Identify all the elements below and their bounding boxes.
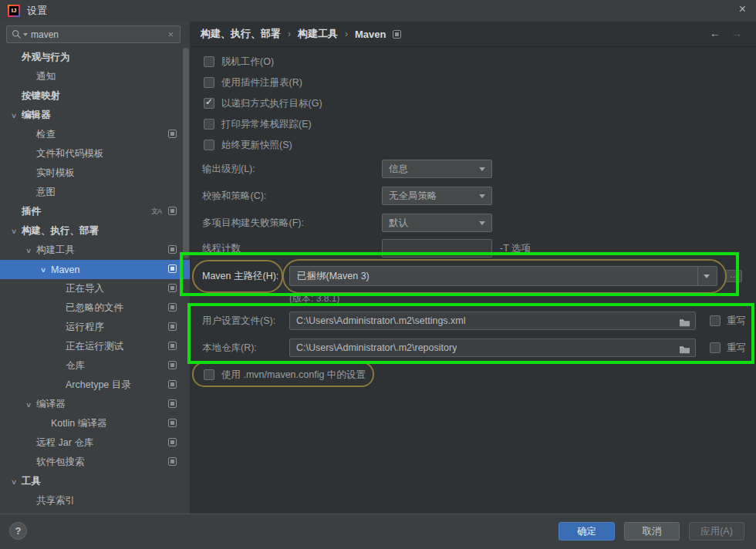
search-history-caret-icon[interactable] bbox=[23, 33, 28, 36]
search-value: maven bbox=[31, 29, 167, 40]
dropdown-select[interactable]: 信息 bbox=[382, 160, 492, 178]
sidebar-item-label: 共享索引 bbox=[36, 494, 75, 507]
sidebar-item-label: 文件和代码模板 bbox=[36, 147, 104, 160]
back-icon[interactable]: ← bbox=[710, 27, 721, 39]
window-title: 设置 bbox=[27, 4, 47, 18]
override-checkbox[interactable] bbox=[710, 342, 721, 353]
dropdown-select[interactable]: 默认 bbox=[382, 214, 492, 232]
checkbox-icon[interactable] bbox=[204, 119, 214, 130]
cancel-button[interactable]: 取消 bbox=[624, 522, 680, 541]
checkbox-icon[interactable] bbox=[204, 77, 214, 88]
path-value: C:\Users\Administrator\.m2\repository bbox=[296, 339, 457, 356]
thread-count-row: 线程计数 -T 选项 bbox=[190, 239, 756, 258]
option-checkbox-row[interactable]: 打印异常堆栈跟踪(E) bbox=[204, 117, 312, 131]
breadcrumb-separator: › bbox=[345, 29, 348, 39]
sidebar-item-archetype-catalogs[interactable]: Archetype 目录 bbox=[0, 376, 190, 395]
chevron-down-icon[interactable]: ∨ bbox=[25, 401, 34, 409]
chevron-down-icon[interactable] bbox=[697, 267, 717, 285]
sidebar-item-repositories[interactable]: 仓库 bbox=[0, 356, 190, 376]
breadcrumb-separator: › bbox=[288, 29, 291, 39]
sidebar-item-runner[interactable]: 运行程序 bbox=[0, 318, 190, 337]
checkbox-icon[interactable] bbox=[204, 98, 214, 109]
sidebar-item-label: 已忽略的文件 bbox=[66, 301, 123, 315]
maven-version-label: (版本: 3.8.1) bbox=[289, 292, 339, 305]
checkbox-icon[interactable] bbox=[204, 369, 214, 380]
help-icon[interactable]: ? bbox=[9, 522, 27, 540]
sidebar-item-intentions[interactable]: 意图 bbox=[0, 183, 190, 202]
folder-icon[interactable] bbox=[679, 316, 690, 330]
option-checkbox-row[interactable]: 以递归方式执行目标(G) bbox=[204, 96, 322, 110]
sidebar-item-label: 插件 bbox=[22, 205, 41, 218]
maven-config-checkbox-row[interactable]: 使用 .mvn/maven.config 中的设置 bbox=[204, 368, 366, 382]
option-checkbox-row[interactable]: 使用插件注册表(R) bbox=[204, 76, 302, 89]
sidebar-item-label: 编辑器 bbox=[22, 109, 51, 122]
found-occurrence-icon bbox=[168, 342, 177, 350]
sidebar-item-build-execution-deployment[interactable]: ∨构建、执行、部署 bbox=[0, 221, 190, 241]
sidebar-item-importing[interactable]: 正在导入 bbox=[0, 279, 190, 298]
sidebar-item-label: 仓库 bbox=[66, 359, 85, 372]
close-icon[interactable]: × bbox=[739, 2, 746, 16]
sidebar-scrollbar[interactable] bbox=[183, 48, 189, 258]
browse-button[interactable]: … bbox=[725, 270, 742, 282]
sidebar-item-kotlin-compiler[interactable]: Kotlin 编译器 bbox=[0, 414, 190, 433]
sidebar-item-build-tools[interactable]: ∨构建工具 bbox=[0, 241, 190, 260]
sidebar-item-remote-jar-repositories[interactable]: 远程 Jar 仓库 bbox=[0, 433, 190, 453]
dropdown-label: 输出级别(L): bbox=[202, 160, 255, 178]
sidebar-item-package-search[interactable]: 软件包搜索 bbox=[0, 453, 190, 472]
sidebar-item-live-templates[interactable]: 实时模板 bbox=[0, 163, 190, 183]
dialog-footer: ? 确定 取消 应用(A) bbox=[0, 514, 756, 549]
maven-settings-panel: 构建、执行、部署 › 构建工具 › Maven ← → 脱机工作(O)使用插件注… bbox=[190, 22, 756, 514]
chevron-down-icon[interactable] bbox=[479, 221, 485, 225]
breadcrumb-build-tools[interactable]: 构建工具 bbox=[298, 27, 338, 41]
sidebar-item-file-code-templates[interactable]: 文件和代码模板 bbox=[0, 144, 190, 163]
sidebar-item-editor[interactable]: ∨编辑器 bbox=[0, 106, 190, 125]
override-checkbox[interactable] bbox=[710, 315, 721, 326]
sidebar-item-maven[interactable]: ∨Maven bbox=[0, 260, 190, 279]
folder-icon[interactable] bbox=[679, 343, 690, 357]
sidebar-item-inspections[interactable]: 检查 bbox=[0, 125, 190, 144]
maven-home-combobox[interactable]: 已捆绑(Maven 3) bbox=[289, 266, 717, 286]
chevron-down-icon[interactable]: ∨ bbox=[11, 227, 19, 235]
sidebar-item-plugins[interactable]: 插件文A bbox=[0, 202, 190, 221]
apply-button: 应用(A) bbox=[689, 522, 744, 541]
chevron-down-icon[interactable]: ∨ bbox=[11, 478, 19, 486]
translate-icon: 文A bbox=[151, 207, 161, 217]
sidebar-item-label: Archetype 目录 bbox=[66, 379, 131, 392]
path-value: C:\Users\Administrator\.m2\settings.xml bbox=[296, 312, 466, 329]
path-input[interactable]: C:\Users\Administrator\.m2\repository bbox=[289, 338, 696, 357]
dropdown-value: 信息 bbox=[389, 160, 408, 177]
sidebar-item-ignored-files[interactable]: 已忽略的文件 bbox=[0, 298, 190, 318]
forward-icon: → bbox=[731, 27, 742, 39]
sidebar-item-compiler[interactable]: ∨编译器 bbox=[0, 395, 190, 414]
option-checkbox-row[interactable]: 始终更新快照(S) bbox=[204, 138, 292, 152]
ok-button[interactable]: 确定 bbox=[559, 522, 615, 541]
sidebar-item-shared-indexes[interactable]: 共享索引 bbox=[0, 491, 190, 510]
chevron-down-icon[interactable]: ∨ bbox=[11, 112, 19, 120]
search-input[interactable]: maven × bbox=[6, 25, 181, 43]
path-row: 用户设置文件(S):C:\Users\Administrator\.m2\set… bbox=[190, 312, 756, 330]
dropdown-label: 多项目构建失败策略(F): bbox=[202, 214, 304, 232]
breadcrumb: 构建、执行、部署 › 构建工具 › Maven ← → bbox=[190, 22, 756, 47]
thread-count-hint: -T 选项 bbox=[500, 239, 531, 258]
dropdown-select[interactable]: 无全局策略 bbox=[382, 187, 492, 205]
override-label: 重写 bbox=[727, 338, 746, 357]
checkbox-icon[interactable] bbox=[204, 140, 214, 150]
sidebar-item-running-tests[interactable]: 正在运行测试 bbox=[0, 337, 190, 356]
chevron-down-icon[interactable] bbox=[479, 167, 485, 171]
found-occurrence-icon bbox=[168, 380, 177, 389]
chevron-down-icon[interactable]: ∨ bbox=[25, 247, 34, 254]
breadcrumb-build-execution-deployment[interactable]: 构建、执行、部署 bbox=[201, 27, 281, 41]
settings-tree: 外观与行为通知按键映射∨编辑器检查文件和代码模板实时模板意图插件文A∨构建、执行… bbox=[0, 48, 190, 510]
sidebar-item-appearance-behavior[interactable]: 外观与行为 bbox=[0, 48, 190, 67]
sidebar-item-keymap[interactable]: 按键映射 bbox=[0, 86, 190, 106]
option-checkbox-row[interactable]: 脱机工作(O) bbox=[204, 55, 274, 69]
path-input[interactable]: C:\Users\Administrator\.m2\settings.xml bbox=[289, 312, 696, 330]
found-occurrence-icon bbox=[168, 284, 177, 292]
chevron-down-icon[interactable] bbox=[479, 194, 485, 198]
sidebar-item-tools[interactable]: ∨工具 bbox=[0, 472, 190, 491]
sidebar-item-notifications[interactable]: 通知 bbox=[0, 67, 190, 86]
thread-count-input[interactable] bbox=[382, 239, 492, 258]
clear-search-icon[interactable]: × bbox=[167, 29, 174, 40]
chevron-down-icon[interactable]: ∨ bbox=[40, 266, 49, 274]
checkbox-icon[interactable] bbox=[204, 56, 214, 67]
